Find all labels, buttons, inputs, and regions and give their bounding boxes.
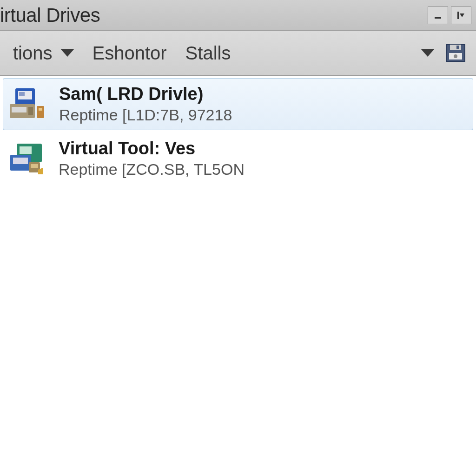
chevron-down-icon[interactable] [421, 49, 434, 57]
minimize-button[interactable] [428, 7, 448, 24]
drive-item[interactable]: Virtual Tool: Ves Reptime [ZCO.ЅB, TL5ON [3, 133, 473, 184]
drive-icon [7, 86, 50, 123]
svg-rect-0 [435, 17, 441, 19]
minimize-icon [433, 11, 443, 20]
svg-point-7 [454, 54, 457, 58]
drive-item-text: Sam( LRD Drivle) Reptime [L1D:7B, 97218 [59, 84, 232, 124]
titlebar: irtual Drives [0, 0, 476, 31]
drive-subtitle: Reptime [ZCO.ЅB, TL5ON [59, 160, 245, 178]
svg-rect-4 [450, 45, 461, 50]
svg-rect-17 [20, 146, 32, 154]
drive-subtitle: Reptime [L1D:7B, 97218 [59, 106, 232, 124]
svg-rect-14 [37, 106, 44, 118]
drive-icon [7, 140, 49, 177]
window-controls [428, 7, 471, 24]
toolbar-item-tions[interactable]: tions [8, 40, 79, 66]
svg-marker-2 [460, 13, 464, 17]
drive-item-text: Virtual Tool: Ves Reptime [ZCO.ЅB, TL5ON [59, 139, 245, 178]
drive-title: Virtual Tool: Ves [59, 139, 245, 159]
save-disk-icon [443, 43, 468, 63]
window-title: irtual Drives [0, 4, 100, 26]
svg-rect-19 [13, 158, 28, 164]
svg-rect-1 [457, 12, 459, 19]
svg-rect-10 [19, 92, 25, 96]
svg-rect-12 [12, 107, 26, 112]
svg-rect-13 [28, 107, 33, 115]
drives-list: Sam( LRD Drivle) Reptime [L1D:7B, 97218 … [0, 78, 476, 184]
drive-title: Sam( LRD Drivle) [59, 84, 232, 104]
toolbar: tions Eshontor Stalls [0, 31, 476, 76]
svg-rect-21 [31, 164, 38, 168]
svg-rect-5 [456, 46, 459, 49]
dropdown-icon [456, 11, 466, 20]
toolbar-item-stalls[interactable]: Stalls [181, 40, 236, 66]
svg-rect-15 [39, 108, 42, 111]
toolbar-label: Stalls [185, 43, 231, 64]
toolbar-label: tions [13, 43, 53, 64]
maximize-dropdown-button[interactable] [451, 7, 471, 24]
disk-icon[interactable] [443, 43, 468, 63]
toolbar-label: Eshontor [93, 43, 167, 64]
toolbar-item-eshontor[interactable]: Eshontor [88, 40, 172, 66]
drive-item[interactable]: Sam( LRD Drivle) Reptime [L1D:7B, 97218 [3, 78, 473, 130]
chevron-down-icon [61, 49, 74, 57]
